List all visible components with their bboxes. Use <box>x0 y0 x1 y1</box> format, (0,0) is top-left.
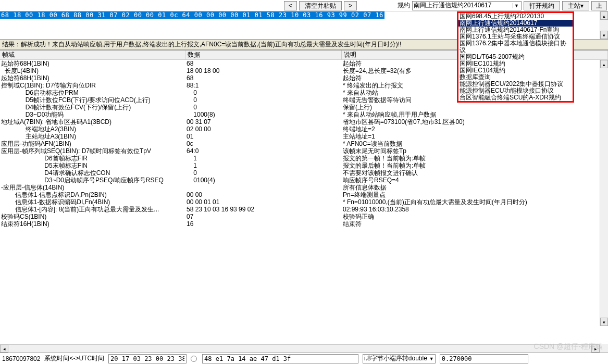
protocol-combo[interactable]: 南网上行通信规约20140617 ▼ <box>412 1 522 10</box>
cell-description: 不需要对该帧报文进行确认 <box>342 169 600 177</box>
status-double-input[interactable] <box>440 354 528 363</box>
cell-data: 1000(8) <box>185 111 342 118</box>
cell-data: 02 00 00 <box>185 125 342 133</box>
cell-data: 01 <box>185 133 342 140</box>
table-row[interactable]: 信息体1-数据标识编码DI,Fn(4BIN)00 00 01 01* Fn=01… <box>0 198 600 206</box>
cell-description: * Fn=01010000,(当前)正向有功总最大需量及发生时间(年月日时分) <box>342 198 600 206</box>
open-protocol-button[interactable]: 打开规约 <box>524 1 560 10</box>
table-row[interactable]: 终端地址A2(3BIN)02 00 00终端地址=2 <box>0 125 600 133</box>
cell-frame-field: 主站地址A3(1BIN) <box>0 133 185 140</box>
cell-description: 02:99:93 16:03:10.2358 <box>342 206 600 213</box>
master-station-button[interactable]: 主站▾ <box>562 1 589 10</box>
chevron-down-icon[interactable]: ▼ <box>513 3 520 8</box>
cell-description: 报文的最后帧！当前帧为:单帧 <box>342 162 600 169</box>
table-row[interactable]: -应用层-信息体(14BIN)所有信息体数据 <box>0 184 600 191</box>
cell-data: 0 <box>185 169 342 177</box>
cell-data: 07 <box>185 213 342 220</box>
clear-paste-button[interactable]: 清空并粘贴 <box>299 1 342 10</box>
cell-frame-field: 起始符68H(1BIN) <box>0 74 185 82</box>
cell-frame-field: D3~D0启动帧序号PSEQ/响应帧序号RSEQ <box>0 177 185 184</box>
scroll-up-icon[interactable]: ▴ <box>600 11 608 20</box>
cell-frame-field: 结束符16H(1BIN) <box>0 220 185 228</box>
cell-data: 00 00 01 01 <box>185 198 342 206</box>
table-row[interactable]: 应用层-帧序列域SEQ(1BIN): D7帧时间标签有效位TpV64:0该帧末尾… <box>0 147 600 155</box>
cell-description: 省地市区县码=073100(省07,地市31,区县00) <box>342 118 600 125</box>
cell-description: * 来自从动站响应帧,用于用户数据 <box>342 111 600 118</box>
table-row[interactable]: 信息体1-信息点标识DA,Pn(2BIN)00 00Pn=终端测量点 <box>0 191 600 198</box>
cell-frame-field: 信息体1-[内容]: 8(当前)正向有功总最大需量及发生... <box>0 206 185 213</box>
cell-frame-field: 信息体1-数据标识编码DI,Fn(4BIN) <box>0 198 185 206</box>
cell-frame-field: -应用层-信息体(14BIN) <box>0 184 185 191</box>
cell-data: 64:0 <box>185 147 342 155</box>
cell-frame-field: 校验码CS(1BIN) <box>0 213 185 220</box>
table-scrollbar-v[interactable]: ▴ ▾ <box>600 60 608 326</box>
protocol-label: 规约 <box>398 1 410 10</box>
dropdown-item[interactable]: 国网1376.2集中器本地通信模块接口协议 <box>458 40 573 54</box>
status-time-label: 系统时间<->UTC时间 <box>44 354 104 363</box>
cell-data: 0 <box>185 89 342 96</box>
table-row[interactable]: 结束符16H(1BIN)16结束符 <box>0 220 600 228</box>
cell-description: Pn=终端测量点 <box>342 191 600 198</box>
protocol-selected-text: 南网上行通信规约20140617 <box>414 1 491 10</box>
status-time-input[interactable] <box>108 354 187 363</box>
hex-input-text: 68 18 00 18 00 68 88 00 31 07 02 00 00 0… <box>0 11 384 19</box>
table-row[interactable]: 信息体1-[内容]: 8(当前)正向有功总最大需量及发生...58 23 10 … <box>0 206 600 213</box>
statusbar: 18670097802 系统时间<->UTC时间 i.8字节小端序转double… <box>0 353 608 364</box>
cell-description: 该帧末尾无时间标签Tp <box>342 147 600 155</box>
cell-frame-field: D3~D0功能码 <box>0 111 185 118</box>
cell-data <box>185 184 342 191</box>
cell-frame-field: 地址域A(7BIN): 省地市区县码A1(3BCD) <box>0 118 185 125</box>
cell-frame-field: 长度L(4BIN) <box>0 67 185 74</box>
prev-button[interactable]: < <box>284 1 297 10</box>
table-row[interactable]: D4请求确认标志位CON 0不需要对该帧报文进行确认 <box>0 169 600 177</box>
table-row[interactable]: D5末帧标志FIN 1报文的最后帧！当前帧为:单帧 <box>0 162 600 169</box>
status-hex-input[interactable] <box>202 354 358 363</box>
more-button[interactable]: 上 <box>591 1 607 10</box>
protocol-dropdown-popup[interactable]: 国网698.45上行规约20220130南网上行通信规约20140617南网上行… <box>457 11 574 103</box>
scroll-down-icon[interactable]: ▾ <box>600 31 608 39</box>
watermark: CSDN @超仔-程序猿 <box>534 342 603 352</box>
table-row[interactable]: 校验码CS(1BIN)07校验码正确 <box>0 213 600 220</box>
table-row[interactable]: D3~D0功能码 1000(8)* 来自从动站响应帧,用于用户数据 <box>0 111 600 118</box>
cell-frame-field: 信息体1-信息点标识DA,Pn(2BIN) <box>0 191 185 198</box>
cell-frame-field: D4请求确认标志位CON <box>0 169 185 177</box>
dropdown-item[interactable]: 台区智能融合终端SCU的A-XDR规约 <box>458 94 573 101</box>
radio-icon[interactable] <box>191 356 197 362</box>
cell-frame-field: 控制域C(1BIN): D7传输方向位DIR <box>0 82 185 89</box>
next-button[interactable]: > <box>344 1 357 10</box>
table-row[interactable]: 地址域A(7BIN): 省地市区县码A1(3BCD)00 31 07省地市区县码… <box>0 118 600 125</box>
table-row[interactable]: 主站地址A3(1BIN)01主站地址=1 <box>0 133 600 140</box>
scroll-left-icon[interactable]: ◂ <box>0 345 8 353</box>
table-row[interactable]: 应用层-功能码AFN(1BIN)0c* AFN0C=读当前数据 <box>0 140 600 147</box>
table-row[interactable]: D6首帧标志FIR 1报文的第一帧！当前帧为:单帧 <box>0 155 600 162</box>
cell-data: 1 <box>185 155 342 162</box>
cell-description: 保留(上行) <box>342 104 600 111</box>
chevron-down-icon[interactable]: ▼ <box>429 356 434 361</box>
cell-data: 0 <box>185 96 342 104</box>
cell-data: 00 00 <box>185 191 342 198</box>
cell-frame-field: D5末帧标志FIN <box>0 162 185 169</box>
cell-frame-field: 起始符68H(1BIN) <box>0 60 185 67</box>
table-row[interactable]: D4帧计数有效位FCV(下行)/保留(上行) 0保留(上行) <box>0 104 600 111</box>
scrollbar-h-track[interactable] <box>8 345 591 353</box>
cell-data: 16 <box>185 220 342 228</box>
scroll-down-icon[interactable]: ▾ <box>600 318 608 326</box>
cell-data: 18 00 18 00 <box>185 67 342 74</box>
scroll-up-icon[interactable]: ▴ <box>600 60 608 68</box>
status-number: 18670097802 <box>2 355 40 362</box>
endian-combo[interactable]: i.8字节小端序转double ▼ <box>363 354 436 363</box>
table-row[interactable]: D3~D0启动帧序号PSEQ/响应帧序号RSEQ 0100(4)响应帧序号RSE… <box>0 177 600 184</box>
cell-description: 所有信息体数据 <box>342 184 600 191</box>
scrollbar-h[interactable]: ◂ ▸ <box>0 344 600 353</box>
cell-description: 终端地址=2 <box>342 125 600 133</box>
header-data[interactable]: 数据 <box>185 51 342 59</box>
hex-scrollbar-v[interactable]: ▴ ▾ <box>600 11 608 39</box>
header-frame-field[interactable]: 帧域 <box>0 51 185 59</box>
cell-data: 00 31 07 <box>185 118 342 125</box>
cell-data: 58 23 10 03 16 93 99 02 <box>185 206 342 213</box>
cell-data: 0c <box>185 140 342 147</box>
toolbar: < 清空并粘贴 > 规约 南网上行通信规约20140617 ▼ 打开规约 主站▾… <box>0 0 608 11</box>
cell-data: 0 <box>185 104 342 111</box>
cell-frame-field: D5帧计数位FCB(下行)/要求访问位ACD(上行) <box>0 96 185 104</box>
cell-description: 响应帧序号RSEQ=4 <box>342 177 600 184</box>
